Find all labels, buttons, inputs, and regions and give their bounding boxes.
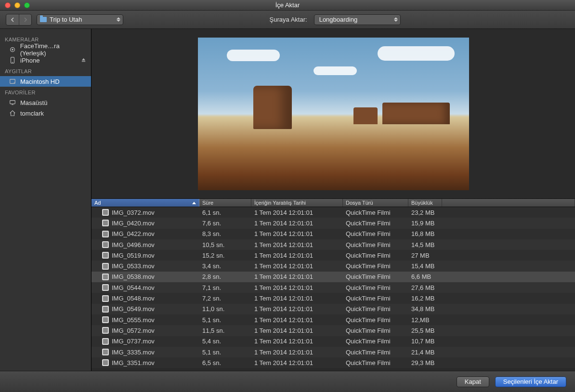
file-name: IMG_3335.mov [112,349,155,356]
cell-name: IMG_0555.mov [91,316,199,324]
file-name: IMG_0555.mov [112,316,155,324]
cell-duration: 6,1 sn. [199,209,251,216]
file-name: IMG_3351.mov [112,359,155,366]
window-title: İçe Aktar [0,1,575,9]
cell-duration: 15,2 sn. [199,252,251,259]
table-row[interactable]: IMG_0548.mov7,2 sn.1 Tem 2014 12:01:01Qu… [91,293,575,303]
column-header-duration[interactable]: Süre [199,199,251,207]
close-window-button[interactable] [5,2,11,8]
cell-name: IMG_0422.mov [91,230,199,237]
column-header-name[interactable]: Ad [91,199,199,207]
cell-creation-date: 1 Tem 2014 12:01:01 [251,305,343,313]
cell-duration: 3,4 sn. [199,262,251,270]
cell-file-type: QuickTime Filmi [343,359,408,366]
cell-size: 14,5 MB [408,241,442,248]
column-header-size[interactable]: Büyüklük [408,199,442,207]
column-header-creation-date[interactable]: İçeriğin Yaratılış Tarihi [251,199,343,207]
movie-file-icon [102,306,109,313]
sidebar-item[interactable]: Macintosh HD [0,76,91,87]
cell-duration: 5,4 sn. [199,338,251,345]
file-name: IMG_0422.mov [112,230,155,237]
table-row[interactable]: IMG_3335.mov5,1 sn.1 Tem 2014 12:01:01Qu… [91,347,575,357]
table-row[interactable]: IMG_0372.mov6,1 sn.1 Tem 2014 12:01:01Qu… [91,207,575,218]
cell-file-type: QuickTime Filmi [343,316,408,324]
home-icon [9,110,16,117]
zoom-window-button[interactable] [24,2,30,8]
sidebar-item-label: FaceTime…ra (Yerleşik) [20,42,86,57]
cell-creation-date: 1 Tem 2014 12:01:01 [251,338,343,345]
table-row[interactable]: IMG_0544.mov7,1 sn.1 Tem 2014 12:01:01Qu… [91,282,575,293]
column-header-spacer [442,199,575,207]
cell-size: 10,7 MB [408,338,442,345]
sidebar-item-label: Macintosh HD [20,78,60,85]
sidebar-item[interactable]: tomclark [0,108,91,118]
cell-creation-date: 1 Tem 2014 12:01:01 [251,220,343,227]
sidebar-item-label: iPhone [20,57,39,64]
movie-file-icon [102,263,109,270]
cell-duration: 2,8 sn. [199,273,251,280]
cell-creation-date: 1 Tem 2014 12:01:01 [251,327,343,334]
file-name: IMG_0737.mov [112,338,155,345]
table-row[interactable]: IMG_0538.mov2,8 sn.1 Tem 2014 12:01:01Qu… [91,272,575,282]
table-row[interactable]: IMG_0737.mov5,4 sn.1 Tem 2014 12:01:01Qu… [91,336,575,347]
table-row[interactable]: IMG_0422.mov8,3 sn.1 Tem 2014 12:01:01Qu… [91,229,575,239]
window-controls [0,2,30,8]
cell-file-type: QuickTime Filmi [343,284,408,291]
cell-name: IMG_0544.mov [91,284,199,291]
column-header-file-type[interactable]: Dosya Türü [343,199,408,207]
table-row[interactable]: IMG_0572.mov11,5 sn.1 Tem 2014 12:01:01Q… [91,325,575,336]
table-row[interactable]: IMG_0420.mov7,6 sn.1 Tem 2014 12:01:01Qu… [91,218,575,228]
cell-creation-date: 1 Tem 2014 12:01:01 [251,316,343,324]
nav-back-button[interactable] [6,14,19,25]
cell-name: IMG_0737.mov [91,338,199,345]
movie-file-icon [102,241,109,248]
movie-file-icon [102,284,109,291]
table-row[interactable]: IMG_0549.mov11,0 sn.1 Tem 2014 12:01:01Q… [91,304,575,314]
svg-point-3 [12,62,13,63]
file-name: IMG_0533.mov [112,262,155,270]
cell-size: 16,2 MB [408,295,442,302]
window-titlebar: İçe Aktar [0,0,575,11]
movie-file-icon [102,209,109,216]
cell-file-type: QuickTime Filmi [343,295,408,302]
dropdown-arrows-icon [116,17,121,22]
table-row[interactable]: IMG_0533.mov3,4 sn.1 Tem 2014 12:01:01Qu… [91,261,575,271]
sidebar-item[interactable]: Masaüstü [0,97,91,108]
folder-path-dropdown[interactable]: Trip to Utah [37,14,123,25]
movie-file-icon [102,338,109,345]
close-button[interactable]: Kapat [457,377,489,387]
cell-creation-date: 1 Tem 2014 12:01:01 [251,349,343,356]
table-row[interactable]: IMG_3351.mov6,5 sn.1 Tem 2014 12:01:01Qu… [91,357,575,368]
cell-duration: 8,3 sn. [199,230,251,237]
movie-file-icon [102,231,109,237]
eject-icon[interactable] [81,57,86,64]
nav-forward-button[interactable] [19,14,31,25]
cell-duration: 10,5 sn. [199,241,251,248]
toolbar: Trip to Utah Şuraya Aktar: Longboarding [0,11,575,29]
file-name: IMG_0549.mov [112,305,155,313]
minimize-window-button[interactable] [14,2,20,8]
sidebar-section-header: FAVORİLER [0,87,91,97]
cell-size: 15,4 MB [408,262,442,270]
cell-file-type: QuickTime Filmi [343,241,408,248]
movie-file-icon [102,327,109,334]
table-row[interactable]: IMG_0496.mov10,5 sn.1 Tem 2014 12:01:01Q… [91,239,575,250]
sidebar-item-label: Masaüstü [20,99,47,106]
movie-file-icon [102,359,109,366]
table-row[interactable]: IMG_0519.mov15,2 sn.1 Tem 2014 12:01:01Q… [91,250,575,261]
sidebar-item[interactable]: FaceTime…ra (Yerleşik) [0,44,91,55]
cell-size: 16,8 MB [408,230,442,237]
cell-creation-date: 1 Tem 2014 12:01:01 [251,230,343,237]
cell-size: 21,4 MB [408,349,442,356]
table-row[interactable]: IMG_0555.mov5,1 sn.1 Tem 2014 12:01:01Qu… [91,314,575,325]
cell-size: 27 MB [408,252,442,259]
file-name: IMG_0496.mov [112,241,155,248]
destination-dropdown[interactable]: Longboarding [314,14,401,25]
table-header: Ad Süre İçeriğin Yaratılış Tarihi Dosya … [91,198,575,207]
file-name: IMG_0572.mov [112,327,155,334]
table-body[interactable]: IMG_0372.mov6,1 sn.1 Tem 2014 12:01:01Qu… [91,207,575,371]
sidebar-section-header: AYGITLAR [0,65,91,76]
cell-size: 6,6 MB [408,273,442,280]
preview-thumbnail[interactable] [198,38,469,190]
import-selected-button[interactable]: Seçilenleri İçe Aktar [495,377,566,387]
